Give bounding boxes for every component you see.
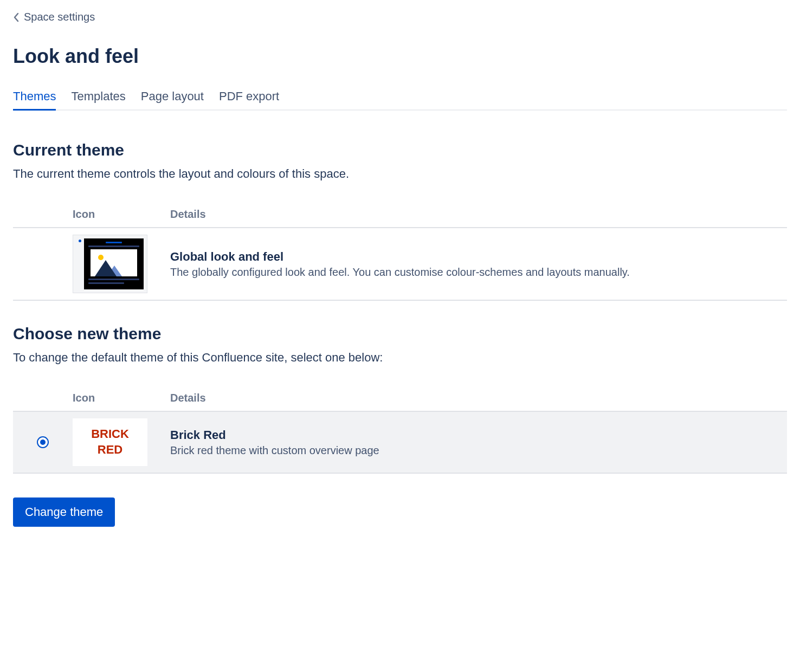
theme-radio-brick-red[interactable]: [37, 436, 49, 448]
choose-theme-description: To change the default theme of this Conf…: [13, 351, 787, 365]
choose-theme-table: Icon Details BRICK RED Brick Red Bri: [13, 386, 787, 474]
chevron-left-icon: [13, 12, 20, 22]
tab-pdf-export[interactable]: PDF export: [219, 89, 279, 111]
col-spacer: [13, 386, 73, 411]
current-theme-name: Global look and feel: [170, 250, 787, 264]
current-theme-table: Icon Details: [13, 203, 787, 301]
col-details-header: Details: [170, 386, 787, 411]
change-theme-button[interactable]: Change theme: [13, 497, 115, 527]
brick-red-theme-desc: Brick red theme with custom overview pag…: [170, 444, 787, 457]
current-theme-heading: Current theme: [13, 141, 787, 159]
tab-themes[interactable]: Themes: [13, 89, 56, 111]
brick-red-icon-line2: RED: [98, 442, 122, 458]
tab-page-layout[interactable]: Page layout: [141, 89, 204, 111]
col-icon-header: Icon: [73, 203, 170, 228]
breadcrumb-back[interactable]: Space settings: [13, 11, 787, 23]
brick-red-icon-line1: BRICK: [91, 427, 129, 442]
tab-templates[interactable]: Templates: [71, 89, 125, 111]
table-row: Global look and feel The globally config…: [13, 228, 787, 300]
table-row[interactable]: BRICK RED Brick Red Brick red theme with…: [13, 411, 787, 473]
col-details-header: Details: [170, 203, 787, 228]
tabs: Themes Templates Page layout PDF export: [13, 89, 787, 111]
col-icon-header: Icon: [73, 386, 170, 411]
brick-red-theme-name: Brick Red: [170, 428, 787, 442]
global-theme-thumbnail-icon: [73, 235, 147, 293]
brick-red-thumbnail-icon: BRICK RED: [73, 418, 147, 466]
breadcrumb-label: Space settings: [24, 11, 95, 23]
page-title: Look and feel: [13, 45, 787, 68]
current-theme-description: The current theme controls the layout an…: [13, 167, 787, 181]
choose-theme-heading: Choose new theme: [13, 325, 787, 343]
col-spacer: [13, 203, 73, 228]
current-theme-desc: The globally configured look and feel. Y…: [170, 266, 787, 279]
